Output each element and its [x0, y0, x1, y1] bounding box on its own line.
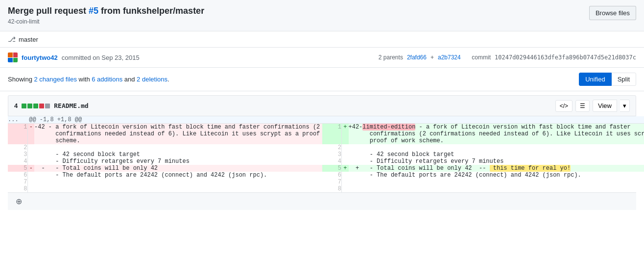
line-code [349, 144, 644, 151]
line-sign [27, 151, 34, 158]
file-view-button[interactable]: ☰ [575, 100, 590, 112]
pr-link[interactable]: #5 [89, 6, 98, 16]
line-num-left: 5 [8, 165, 27, 172]
line-code [349, 179, 644, 185]
line-code: - The default ports are 24242 (connect) … [349, 172, 644, 179]
line-num-right: 4 [322, 158, 342, 165]
line-sign [342, 158, 349, 165]
diff-view-toggle: Unified Split [579, 73, 636, 86]
diff-left: ... @@ -1,8 +1,8 @@ 1 - -42 - a fork of … [8, 116, 322, 192]
parent-sep: + [430, 54, 434, 61]
line-code: - Difficulty retargets every 7 minutes [34, 158, 348, 165]
commit-title: Merge pull request #5 from funkshelper/m… [8, 6, 204, 16]
line-num-right: 2 [322, 144, 342, 151]
author-bar: fourtytwo42 committed on Sep 23, 2015 2 … [0, 48, 644, 68]
table-row: 6 - The default ports are 24242 (connect… [8, 172, 348, 179]
hunk-header-right [322, 116, 644, 124]
view-button[interactable]: View [593, 100, 617, 112]
table-row: 2 [322, 144, 644, 151]
diff-count: 4 [14, 102, 18, 109]
view-dropdown-button[interactable]: ▾ [620, 100, 630, 112]
diff-footer: ⊕ [8, 192, 636, 210]
diff-block-added-1 [22, 104, 26, 108]
file-actions: </> ☰ View ▾ [555, 100, 630, 112]
hunk-header-range: @@ -1,8 +1,8 @@ [29, 116, 82, 123]
table-row: 5 + + - Total coins will be only 42 -- t… [322, 165, 644, 172]
diff-block-added-3 [33, 104, 38, 108]
line-sign: - [27, 165, 34, 172]
line-sign [27, 172, 34, 179]
diff-block-added-2 [27, 104, 32, 108]
table-row: 5 - - - Total coins will be only 42 [8, 165, 348, 172]
line-sign [27, 185, 34, 192]
line-num-left: 7 [8, 179, 27, 185]
line-code: - Difficulty retargets every 7 minutes [349, 158, 644, 165]
line-sign [342, 172, 349, 179]
table-row: 1 + +42-limited-edition - a fork of Lite… [322, 124, 644, 145]
diff-block-removed-1 [39, 104, 44, 108]
parents-label: 2 parents [379, 54, 403, 61]
stats-changed[interactable]: 2 changed files [34, 76, 76, 83]
line-code: -42 - a fork of Litecoin version with fa… [34, 124, 348, 145]
inline-highlight: this time for real yo! [490, 165, 571, 172]
stats-pre: Showing [8, 76, 34, 83]
avatar [8, 52, 18, 62]
table-row: 2 [8, 144, 348, 151]
line-sign [27, 144, 34, 151]
diff-right: 1 + +42-limited-edition - a fork of Lite… [322, 116, 637, 192]
code-view-button[interactable]: </> [555, 100, 572, 112]
line-num-right: 1 [322, 124, 342, 145]
table-row: 3 - 42 second block target [322, 151, 644, 158]
line-code: - - Total coins will be only 42 [34, 165, 348, 172]
file-header: 4 README.md </> ☰ View ▾ [8, 95, 636, 116]
commit-subtitle: 42-coin-limit [8, 18, 204, 25]
line-sign: + [342, 124, 349, 145]
table-row: 3 - 42 second block target [8, 151, 348, 158]
parent2-link[interactable]: a2b7324 [438, 54, 461, 61]
line-code: - 42 second block target [34, 151, 348, 158]
browse-files-button[interactable]: Browse files [589, 6, 636, 20]
line-sign [342, 144, 349, 151]
split-view-button[interactable]: Split [611, 73, 636, 86]
line-num-right: 8 [322, 185, 342, 192]
author-name[interactable]: fourtytwo42 [22, 54, 58, 61]
unified-view-button[interactable]: Unified [579, 73, 611, 86]
stats-additions: 6 additions [92, 76, 122, 83]
stats-text: Showing 2 changed files with 6 additions… [8, 76, 169, 83]
table-row: 7 [322, 179, 644, 185]
branch-icon: ⎇ [8, 35, 16, 43]
commit-title-text: Merge pull request [8, 6, 89, 16]
line-num-right: 6 [322, 172, 342, 179]
file-name: README.md [54, 102, 88, 109]
table-row: 8 [322, 185, 644, 192]
line-sign: + [342, 165, 349, 172]
line-num-left: 1 [8, 124, 27, 145]
expand-icon[interactable]: ⊕ [16, 197, 22, 206]
commit-hash: 10247d029446163dfe3fa896b0747d5e21d8037c [495, 54, 636, 61]
line-num-right: 7 [322, 179, 342, 185]
stats-bar: Showing 2 changed files with 6 additions… [0, 68, 644, 91]
table-row: 4 - Difficulty retargets every 7 minutes [322, 158, 644, 165]
line-code [349, 185, 644, 192]
author-action: committed on Sep 23, 2015 [62, 54, 140, 61]
line-code: - The default ports are 24242 (connect) … [34, 172, 348, 179]
parent1-link[interactable]: 2fafd66 [407, 54, 427, 61]
commit-title-rest: from funkshelper/master [98, 6, 204, 16]
table-row: 1 - -42 - a fork of Litecoin version wit… [8, 124, 348, 145]
branch-name: master [19, 36, 38, 43]
line-code: +42-limited-edition - a fork of Litecoin… [349, 124, 644, 145]
diff-split-view: ... @@ -1,8 +1,8 @@ 1 - -42 - a fork of … [8, 116, 636, 192]
table-row: 7 [8, 179, 348, 185]
line-code: - 42 second block target [349, 151, 644, 158]
highlight-span: limited-edition [362, 124, 415, 131]
diff-right-table: 1 + +42-limited-edition - a fork of Lite… [322, 116, 644, 192]
line-sign [27, 179, 34, 185]
diff-left-table: ... @@ -1,8 +1,8 @@ 1 - -42 - a fork of … [8, 116, 348, 192]
line-sign [342, 185, 349, 192]
line-num-left: 3 [8, 151, 27, 158]
line-num-right: 5 [322, 165, 342, 172]
hunk-header-dots: ... [8, 116, 19, 123]
branch-bar: ⎇ master [0, 31, 644, 48]
commit-meta: 2 parents 2fafd66 + a2b7324 commit 10247… [379, 54, 636, 61]
line-num-left: 2 [8, 144, 27, 151]
